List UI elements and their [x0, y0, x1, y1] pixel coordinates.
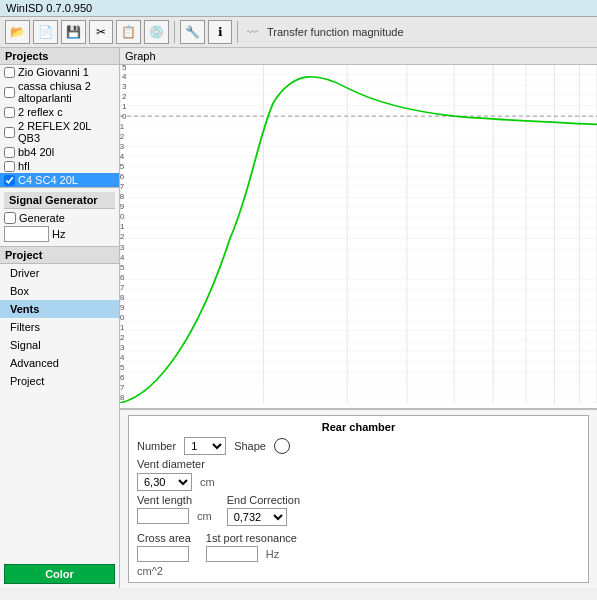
frequency-unit: Hz [52, 228, 65, 240]
generate-checkbox[interactable] [4, 212, 16, 224]
nav-item-project[interactable]: Project [0, 372, 119, 390]
nav-item-driver[interactable]: Driver [0, 264, 119, 282]
nav-item-filters[interactable]: Filters [0, 318, 119, 336]
svg-text:4: 4 [122, 72, 127, 81]
project-checkbox-6[interactable] [4, 175, 15, 186]
project-item-1[interactable]: cassa chiusa 2 altoparlanti [0, 79, 119, 105]
vent-length-col: Vent length 58,43 cm [137, 494, 212, 529]
right-panel: Graph [120, 48, 597, 588]
project-checkbox-2[interactable] [4, 107, 15, 118]
vent-length-label: Vent length [137, 494, 212, 506]
end-correction-label: End Correction [227, 494, 300, 506]
svg-text:5: 5 [122, 65, 126, 72]
save-button[interactable]: 💾 [61, 20, 86, 44]
end-correction-select[interactable]: 0,732 [227, 508, 287, 526]
rear-chamber-title: Rear chamber [137, 421, 580, 433]
svg-text:-15: -15 [120, 263, 125, 272]
cross-area-col: Cross area 31,2 cm^2 [137, 532, 191, 577]
signal-generator-section: Signal Generator Generate 1000 Hz [0, 188, 119, 247]
svg-text:-7: -7 [120, 183, 124, 192]
project-item-2[interactable]: 2 reflex c [0, 105, 119, 119]
svg-text:-9: -9 [120, 203, 124, 212]
generate-label: Generate [19, 212, 65, 224]
nav-item-signal[interactable]: Signal [0, 336, 119, 354]
project-nav: DriverBoxVentsFiltersSignalAdvancedProje… [0, 264, 119, 560]
vent-diameter-value-row: 6,30 cm [137, 473, 580, 491]
project-name-1: cassa chiusa 2 altoparlanti [18, 80, 115, 104]
svg-text:-28: -28 [120, 394, 125, 403]
svg-text:-11: -11 [120, 223, 125, 232]
graph-canvas: 0 1 2 3 4 5 -1 -2 -3 -4 -5 -6 -7 -8 -9 -… [120, 65, 597, 403]
project-item-0[interactable]: Zio Giovanni 1 [0, 65, 119, 79]
cut-button[interactable]: ✂ [89, 20, 113, 44]
shape-label: Shape [234, 440, 266, 452]
project-item-5[interactable]: hfl [0, 159, 119, 173]
diskette-button[interactable]: 💿 [144, 20, 169, 44]
vent-diameter-label: Vent diameter [137, 458, 205, 470]
shape-circle-icon [274, 438, 290, 454]
svg-text:-16: -16 [120, 273, 125, 282]
svg-text:-13: -13 [120, 243, 125, 252]
project-item-3[interactable]: 2 REFLEX 20L QB3 [0, 119, 119, 145]
project-name-2: 2 reflex c [18, 106, 63, 118]
open-button[interactable]: 📂 [5, 20, 30, 44]
info-button[interactable]: ℹ [208, 20, 232, 44]
svg-text:-24: -24 [120, 353, 125, 362]
project-name-5: hfl [18, 160, 30, 172]
svg-text:-10: -10 [120, 213, 125, 222]
first-port-unit: Hz [266, 548, 279, 560]
svg-text:-20: -20 [120, 313, 125, 322]
toolbar-separator2 [237, 21, 238, 43]
nav-item-vents[interactable]: Vents [0, 300, 119, 318]
title-bar: WinISD 0.7.0.950 [0, 0, 597, 17]
transfer-function-label: Transfer function magnitude [267, 26, 404, 38]
svg-text:-12: -12 [120, 233, 125, 242]
project-checkbox-0[interactable] [4, 67, 15, 78]
left-panel: Projects Zio Giovanni 1cassa chiusa 2 al… [0, 48, 120, 588]
app-title: WinISD 0.7.0.950 [6, 2, 92, 14]
project-checkbox-5[interactable] [4, 161, 15, 172]
nav-item-advanced[interactable]: Advanced [0, 354, 119, 372]
wrench-button[interactable]: 🔧 [180, 20, 205, 44]
color-button[interactable]: Color [4, 564, 115, 584]
nav-item-box[interactable]: Box [0, 282, 119, 300]
svg-text:-26: -26 [120, 373, 125, 382]
project-checkbox-4[interactable] [4, 147, 15, 158]
svg-text:-14: -14 [120, 253, 125, 262]
graph-area: Graph [120, 48, 597, 409]
frequency-input[interactable]: 1000 [4, 226, 49, 242]
first-port-col: 1st port resonance 294,08 Hz [206, 532, 297, 577]
cross-area-unit: cm^2 [137, 565, 191, 577]
new-button[interactable]: 📄 [33, 20, 58, 44]
copy-button[interactable]: 📋 [116, 20, 141, 44]
number-label: Number [137, 440, 176, 452]
rear-chamber: Rear chamber Number 1 2 Shape Vent diame… [128, 415, 589, 583]
svg-text:-17: -17 [120, 283, 125, 292]
toolbar: 📂 📄 💾 ✂ 📋 💿 🔧 ℹ 〰 Transfer function magn… [0, 17, 597, 48]
vent-diameter-row: Vent diameter [137, 458, 580, 470]
bottom-panel: Rear chamber Number 1 2 Shape Vent diame… [120, 409, 597, 588]
project-checkbox-3[interactable] [4, 127, 15, 138]
first-port-input[interactable]: 294,08 [206, 546, 258, 562]
svg-text:-18: -18 [120, 293, 125, 302]
svg-text:-6: -6 [120, 173, 124, 182]
svg-text:1: 1 [122, 102, 126, 111]
project-name-6: C4 SC4 20L [18, 174, 78, 186]
project-item-4[interactable]: bb4 20l [0, 145, 119, 159]
vent-diameter-select[interactable]: 6,30 [137, 473, 192, 491]
svg-text:2: 2 [122, 92, 126, 101]
project-checkbox-1[interactable] [4, 87, 15, 98]
vent-length-input[interactable]: 58,43 [137, 508, 189, 524]
main-layout: Projects Zio Giovanni 1cassa chiusa 2 al… [0, 48, 597, 588]
vent-length-end-correction: Vent length 58,43 cm End Correction 0,73… [137, 494, 580, 529]
project-name-0: Zio Giovanni 1 [18, 66, 89, 78]
projects-header: Projects [0, 48, 119, 65]
number-select[interactable]: 1 2 [184, 437, 226, 455]
vent-length-unit: cm [197, 510, 212, 522]
end-correction-col: End Correction 0,732 [227, 494, 300, 529]
svg-text:-2: -2 [120, 132, 124, 141]
first-port-label: 1st port resonance [206, 532, 297, 544]
cross-area-input[interactable]: 31,2 [137, 546, 189, 562]
project-nav-header: Project [0, 247, 119, 264]
project-item-6[interactable]: C4 SC4 20L [0, 173, 119, 187]
